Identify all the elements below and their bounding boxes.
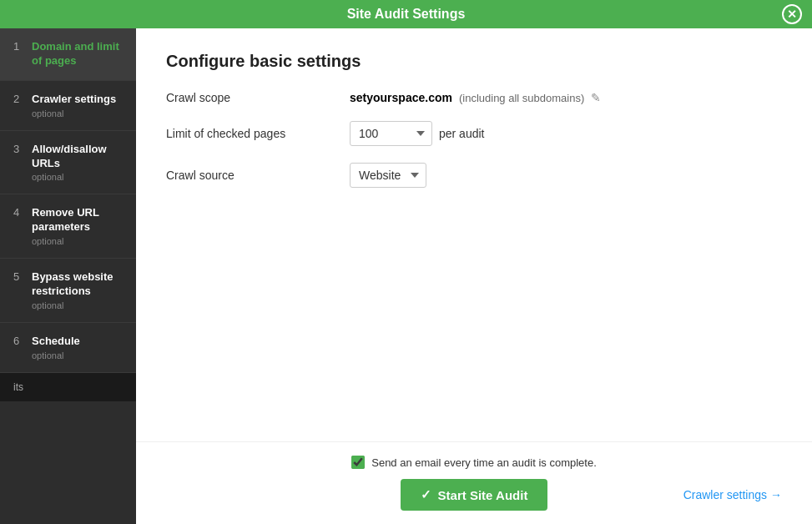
sidebar-bottom-text: its — [13, 381, 23, 393]
limit-select[interactable]: 1005001000500010000Unlimited — [350, 121, 432, 146]
sidebar-item-subtitle-5: optional — [32, 300, 123, 310]
sidebar-item-2[interactable]: 2 Crawler settings optional — [0, 81, 136, 131]
close-button[interactable]: ✕ — [782, 4, 802, 24]
page-title: Configure basic settings — [166, 52, 782, 71]
limit-row: Limit of checked pages 10050010005000100… — [166, 121, 782, 146]
sidebar: 1 Domain and limit of pages 2 Crawler se… — [0, 28, 136, 524]
content-area: Configure basic settings Crawl scope set… — [136, 28, 812, 524]
modal-header: Site Audit Settings ✕ — [0, 0, 812, 28]
sidebar-item-number-4: 4 — [13, 206, 25, 219]
sidebar-item-subtitle-4: optional — [32, 236, 123, 246]
crawl-scope-row: Crawl scope setyourspace.com (including … — [166, 91, 782, 104]
sidebar-item-4[interactable]: 4 Remove URL parameters optional — [0, 194, 136, 259]
header-title: Site Audit Settings — [347, 7, 466, 21]
content-footer: Send an email every time an audit is com… — [136, 441, 812, 524]
email-label: Send an email every time an audit is com… — [371, 456, 597, 469]
arrow-icon: → — [770, 488, 782, 501]
sidebar-item-title-5: Bypass website restrictions — [32, 270, 123, 299]
crawl-source-value: WebsiteSitemapBoth — [350, 163, 426, 188]
email-row: Send an email every time an audit is com… — [351, 456, 597, 469]
crawl-source-select[interactable]: WebsiteSitemapBoth — [350, 163, 426, 188]
crawl-scope-value: setyourspace.com (including all subdomai… — [350, 91, 601, 104]
crawl-scope-domain: setyourspace.com — [350, 91, 452, 104]
email-checkbox[interactable] — [351, 456, 365, 469]
sidebar-item-number-1: 1 — [13, 40, 25, 53]
sidebar-item-5[interactable]: 5 Bypass website restrictions optional — [0, 259, 136, 323]
per-audit-text: per audit — [439, 127, 484, 140]
crawler-link-label: Crawler settings — [683, 488, 767, 501]
sidebar-item-number-2: 2 — [13, 93, 25, 105]
content-main: Configure basic settings Crawl scope set… — [136, 28, 812, 441]
sidebar-item-title-4: Remove URL parameters — [32, 206, 123, 234]
sidebar-item-title-3: Allow/disallow URLs — [32, 143, 123, 171]
crawl-source-row: Crawl source WebsiteSitemapBoth — [166, 163, 782, 188]
sidebar-item-title-1: Domain and limit of pages — [32, 40, 123, 68]
edit-domain-icon[interactable]: ✎ — [591, 91, 601, 104]
sidebar-item-subtitle-2: optional — [32, 108, 116, 118]
close-icon: ✕ — [787, 8, 797, 21]
start-audit-button[interactable]: ✓ Start Site Audit — [401, 479, 548, 511]
start-audit-label: Start Site Audit — [438, 488, 528, 502]
crawl-scope-suffix: (including all subdomains) — [459, 92, 584, 104]
footer-actions: ✓ Start Site Audit Crawler settings → — [166, 479, 782, 511]
sidebar-item-subtitle-6: optional — [32, 350, 80, 360]
sidebar-item-number-5: 5 — [13, 270, 25, 283]
sidebar-item-subtitle-3: optional — [32, 172, 123, 182]
crawler-settings-link[interactable]: Crawler settings → — [683, 488, 782, 501]
sidebar-item-number-6: 6 — [13, 335, 25, 347]
sidebar-item-6[interactable]: 6 Schedule optional — [0, 323, 136, 373]
limit-value: 1005001000500010000Unlimited per audit — [350, 121, 484, 146]
sidebar-item-1[interactable]: 1 Domain and limit of pages — [0, 28, 136, 81]
sidebar-item-3[interactable]: 3 Allow/disallow URLs optional — [0, 131, 136, 195]
sidebar-item-number-3: 3 — [13, 143, 25, 155]
sidebar-item-title-2: Crawler settings — [32, 93, 116, 107]
main-layout: 1 Domain and limit of pages 2 Crawler se… — [0, 28, 812, 524]
sidebar-bottom: its — [0, 373, 136, 401]
crawl-source-label: Crawl source — [166, 169, 350, 182]
limit-label: Limit of checked pages — [166, 127, 350, 140]
sidebar-item-title-6: Schedule — [32, 335, 80, 349]
crawl-scope-label: Crawl scope — [166, 91, 350, 104]
checkmark-icon: ✓ — [421, 487, 431, 502]
